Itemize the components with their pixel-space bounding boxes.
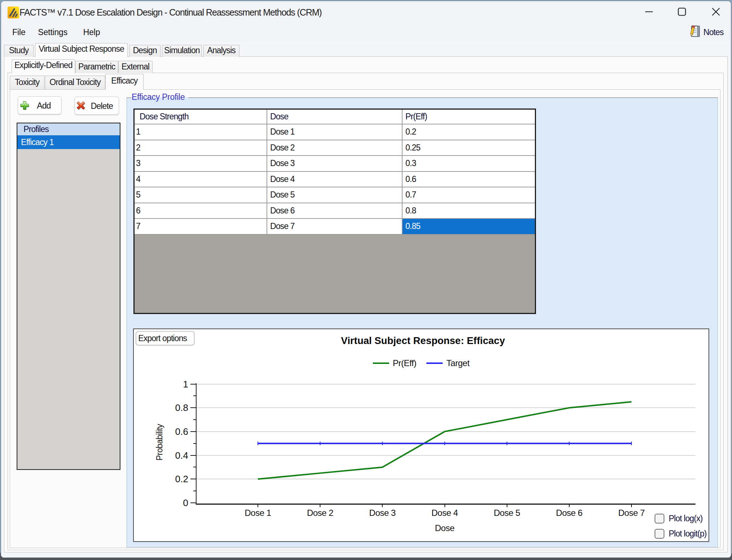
chart-panel: Export options Virtual Subject Response:… xyxy=(133,328,709,542)
tab-parametric[interactable]: Parametric xyxy=(75,61,118,73)
table-row: 5Dose 50.7 xyxy=(135,187,535,203)
table-cell[interactable]: 7 xyxy=(135,219,267,234)
table-cell[interactable]: 3 xyxy=(135,156,267,171)
app-window: FACTS™ v7.1 Dose Escalation Design - Con… xyxy=(1,1,731,558)
table-header-dose[interactable]: Dose xyxy=(267,110,402,124)
notes-button[interactable]: Notes xyxy=(689,23,724,41)
table-row: 4Dose 40.6 xyxy=(135,171,535,187)
menu-settings[interactable]: Settings xyxy=(38,23,68,41)
table-cell[interactable]: Dose 3 xyxy=(267,156,402,171)
chart-plot: 00.20.40.60.81Dose 1Dose 2Dose 3Dose 4Do… xyxy=(134,329,708,541)
y-tick-label: 0 xyxy=(183,497,188,508)
table-row: 7Dose 70.85 xyxy=(135,219,535,234)
y-tick-label: 0.6 xyxy=(175,426,188,437)
table-cell[interactable]: 0.2 xyxy=(402,124,535,140)
table-cell[interactable]: 6 xyxy=(135,203,267,219)
delete-button[interactable]: Delete xyxy=(75,97,119,115)
x-tick-label: Dose 1 xyxy=(244,508,271,518)
table-cell[interactable]: 0.85 xyxy=(402,219,535,234)
x-tick-label: Dose 4 xyxy=(431,508,458,518)
maximize-button[interactable] xyxy=(670,1,693,22)
close-button[interactable] xyxy=(704,1,727,22)
add-button[interactable]: Add xyxy=(18,96,61,114)
tab-external[interactable]: External xyxy=(118,61,153,73)
tab-explicitly-defined[interactable]: Explicitly-Defined xyxy=(12,59,75,73)
table-header-pr-eff-[interactable]: Pr(Eff) xyxy=(402,110,535,124)
tab-toxicity[interactable]: Toxicity xyxy=(10,76,44,90)
profiles-list-header: Profiles xyxy=(17,123,120,135)
title-bar[interactable]: FACTS™ v7.1 Dose Escalation Design - Con… xyxy=(1,1,731,23)
table-cell[interactable]: Dose 2 xyxy=(267,140,402,156)
table-cell[interactable]: 5 xyxy=(135,187,267,203)
menu-file[interactable]: File xyxy=(12,23,25,41)
table-cell[interactable]: Dose 6 xyxy=(267,203,402,219)
plot-logitp-checkbox[interactable] xyxy=(655,529,664,539)
table-cell[interactable]: Dose 1 xyxy=(267,124,402,140)
profiles-list: Profiles Efficacy 1 xyxy=(17,123,120,470)
plot-logitp-checkbox-row: Plot logit(p) xyxy=(655,529,707,539)
table-cell[interactable]: 0.7 xyxy=(402,187,535,203)
tab-design[interactable]: Design xyxy=(129,45,161,57)
table-header-dose-strength[interactable]: Dose Strength xyxy=(135,110,267,124)
y-tick-label: 0.8 xyxy=(175,402,188,413)
tab-study[interactable]: Study xyxy=(4,45,34,57)
table-row: 6Dose 60.8 xyxy=(135,203,535,219)
tab-analysis[interactable]: Analysis xyxy=(203,45,239,57)
profiles-list-item-selected[interactable]: Efficacy 1 xyxy=(17,135,120,149)
plot-logx-checkbox-row: Plot log(x) xyxy=(655,514,703,523)
groupbox-border-left-stub xyxy=(127,97,131,98)
efficacy-profile-table[interactable]: Dose StrengthDosePr(Eff)1Dose 10.22Dose … xyxy=(133,109,536,314)
groupbox-border-top xyxy=(188,97,718,98)
y-tick-label: 1 xyxy=(183,379,188,390)
y-tick-label: 0.4 xyxy=(175,450,188,461)
x-tick-label: Dose 6 xyxy=(556,508,582,518)
x-tick-label: Dose 5 xyxy=(494,508,520,518)
table-cell[interactable]: 4 xyxy=(135,171,267,187)
tab-simulation[interactable]: Simulation xyxy=(162,45,202,57)
tab-page-efficacy: Add xyxy=(10,89,720,548)
table-cell[interactable]: 1 xyxy=(135,124,267,140)
plot-logitp-label: Plot logit(p) xyxy=(669,529,707,539)
table-cell[interactable]: Dose 5 xyxy=(267,187,402,203)
delete-button-label: Delete xyxy=(91,101,113,111)
notes-label: Notes xyxy=(703,27,724,37)
y-tick-label: 0.2 xyxy=(175,474,188,484)
plot-logx-label: Plot log(x) xyxy=(669,514,703,523)
minimize-button[interactable] xyxy=(637,1,660,22)
x-tick-label: Dose 7 xyxy=(618,508,644,518)
tab-ordinal-toxicity[interactable]: Ordinal Toxicity xyxy=(45,76,105,90)
table-cell[interactable]: Dose 4 xyxy=(267,171,402,187)
menu-bar: FileSettingsHelp Notes xyxy=(1,23,731,41)
x-tick-label: Dose 2 xyxy=(307,508,333,518)
x-axis-title: Dose xyxy=(435,523,454,533)
y-axis-title: Probability xyxy=(155,424,164,461)
table-row: 1Dose 10.2 xyxy=(135,124,535,140)
add-button-label: Add xyxy=(37,101,51,111)
table-row: 3Dose 30.3 xyxy=(135,156,535,171)
tab-virtual-subject-response[interactable]: Virtual Subject Response xyxy=(35,43,128,57)
table-cell[interactable]: 0.25 xyxy=(402,140,535,156)
table-cell[interactable]: Dose 7 xyxy=(267,219,402,234)
table-cell[interactable]: 2 xyxy=(135,140,267,156)
delete-x-icon xyxy=(76,100,87,113)
notes-icon xyxy=(689,25,701,40)
menu-help[interactable]: Help xyxy=(83,23,100,41)
groupbox-title: Efficacy Profile xyxy=(132,92,185,102)
plus-icon xyxy=(19,100,30,113)
window-title: FACTS™ v7.1 Dose Escalation Design - Con… xyxy=(20,1,322,23)
table-cell[interactable]: 0.3 xyxy=(402,156,535,171)
table-cell[interactable]: 0.8 xyxy=(402,203,535,219)
plot-logx-checkbox[interactable] xyxy=(655,514,664,523)
table-cell[interactable]: 0.6 xyxy=(402,171,535,187)
tab-efficacy[interactable]: Efficacy xyxy=(105,74,144,90)
x-tick-label: Dose 3 xyxy=(369,508,396,518)
app-icon xyxy=(8,7,19,18)
window-body: StudyVirtual Subject ResponseDesignSimul… xyxy=(1,41,731,558)
screen: FACTS™ v7.1 Dose Escalation Design - Con… xyxy=(0,0,732,560)
series-line-pr-eff- xyxy=(258,402,631,479)
table-row: 2Dose 20.25 xyxy=(135,140,535,156)
